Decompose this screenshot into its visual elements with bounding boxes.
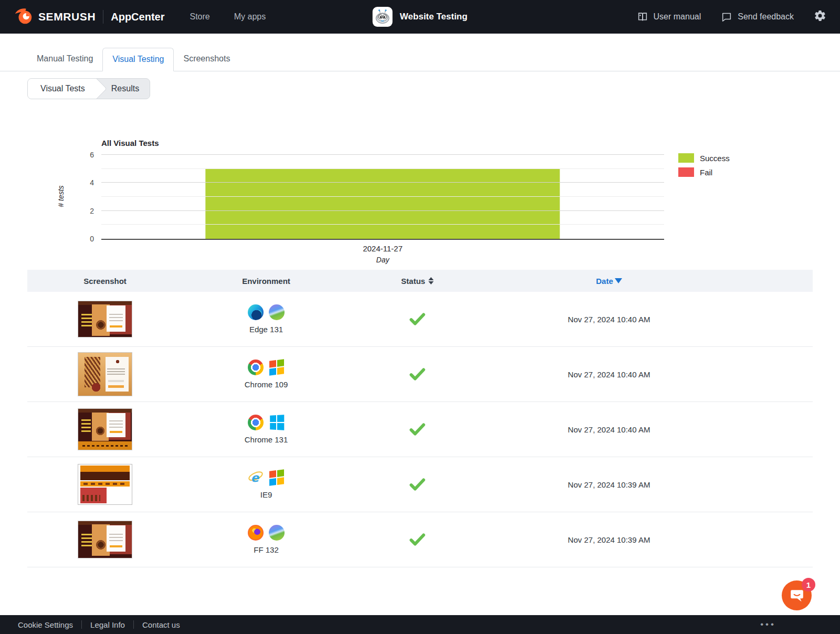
- x-axis-title: Day: [101, 256, 664, 264]
- footer-cookie-settings[interactable]: Cookie Settings: [18, 620, 81, 629]
- legend-item-success: Success: [678, 153, 730, 163]
- table-header: Screenshot Environment Status Date: [27, 270, 813, 292]
- success-check-icon: [410, 478, 425, 491]
- firefox-browser-icon: [248, 525, 264, 541]
- nav-store[interactable]: Store: [190, 12, 209, 22]
- environment-label: Chrome 109: [245, 380, 288, 389]
- table-row: Chrome 109 Nov 27, 2024 10:40 AM: [27, 347, 813, 402]
- table-row: FF 132 Nov 27, 2024 10:39 AM: [27, 512, 813, 567]
- success-check-icon: [410, 423, 425, 436]
- test-date: Nov 27, 2024 10:39 AM: [485, 535, 733, 544]
- chart-plot: 0246: [101, 155, 664, 240]
- macos-icon: [269, 525, 285, 541]
- table-row: Edge 131 Nov 27, 2024 10:40 AM: [27, 292, 813, 347]
- environment-label: Chrome 131: [245, 435, 288, 444]
- app-title-group: Website Testing: [373, 7, 468, 27]
- tab-screenshots[interactable]: Screenshots: [174, 48, 239, 71]
- y-axis-tick-label: 4: [90, 178, 94, 187]
- environment-label: FF 132: [254, 545, 279, 554]
- windows-modern-icon: [269, 414, 285, 431]
- gridline: [101, 182, 664, 183]
- page-footer: Cookie Settings Legal Info Contact us ••…: [0, 615, 840, 634]
- breadcrumb-visual-tests[interactable]: Visual Tests: [28, 79, 97, 99]
- header-nav: Store My apps: [190, 12, 266, 22]
- windows-legacy-icon: [269, 358, 285, 376]
- screenshot-thumbnail[interactable]: [78, 301, 132, 337]
- column-header-status[interactable]: Status: [350, 277, 485, 286]
- top-header: SEMRUSH AppCenter Store My apps Website …: [0, 0, 840, 34]
- footer-overflow-dots[interactable]: •••: [760, 619, 776, 630]
- semrush-logo[interactable]: SEMRUSH: [14, 7, 96, 27]
- windows-legacy-icon: [269, 469, 285, 487]
- test-date: Nov 27, 2024 10:40 AM: [485, 315, 733, 324]
- gridline: [101, 210, 664, 211]
- internet-explorer-browser-icon: e: [248, 470, 264, 485]
- book-icon: [637, 11, 648, 23]
- breadcrumb: Visual Tests Results: [27, 78, 150, 99]
- send-feedback-button[interactable]: Send feedback: [721, 11, 794, 23]
- screenshot-thumbnail[interactable]: [78, 464, 132, 505]
- chart-legend: Success Fail: [678, 153, 730, 182]
- x-axis-tick-label: 2024-11-27: [101, 244, 664, 253]
- date-header-label: Date: [596, 277, 613, 286]
- sort-desc-icon: [615, 278, 622, 283]
- settings-gear-icon[interactable]: [814, 9, 826, 24]
- test-date: Nov 27, 2024 10:39 AM: [485, 480, 733, 489]
- table-row: Chrome 131 Nov 27, 2024 10:40 AM: [27, 402, 813, 457]
- status-header-label: Status: [401, 277, 425, 286]
- y-axis-tick-label: 2: [90, 207, 94, 215]
- brand-name: SEMRUSH: [38, 10, 96, 23]
- screenshot-thumbnail[interactable]: [78, 352, 132, 396]
- environment-label: Edge 131: [249, 325, 283, 334]
- chart-title: All Visual Tests: [101, 139, 159, 147]
- success-check-icon: [410, 313, 425, 325]
- tab-manual-testing[interactable]: Manual Testing: [27, 48, 102, 71]
- screenshot-thumbnail[interactable]: [78, 408, 132, 450]
- y-axis-tick-label: 6: [90, 151, 94, 159]
- suite-name[interactable]: AppCenter: [111, 11, 164, 23]
- success-check-icon: [410, 368, 425, 381]
- success-check-icon: [410, 533, 425, 546]
- screenshot-thumbnail[interactable]: [78, 521, 132, 558]
- app-title: Website Testing: [400, 12, 468, 22]
- chat-bubble-icon: [789, 588, 805, 604]
- legend-item-fail: Fail: [678, 167, 730, 177]
- test-date: Nov 27, 2024 10:40 AM: [485, 370, 733, 379]
- legend-swatch-fail: [678, 167, 694, 177]
- footer-contact-us[interactable]: Contact us: [134, 620, 188, 629]
- footer-legal-info[interactable]: Legal Info: [82, 620, 133, 629]
- gridline: [101, 154, 664, 155]
- svg-text:e: e: [251, 471, 260, 484]
- table-row: e IE9 Nov 27, 2024 10:39 AM: [27, 457, 813, 512]
- edge-browser-icon: [248, 304, 264, 320]
- legend-label-fail: Fail: [700, 168, 712, 177]
- semrush-logo-icon: [14, 7, 34, 27]
- visual-tests-chart: All Visual Tests # tests 0246 2024-11-27…: [0, 138, 840, 265]
- legend-swatch-success: [678, 153, 694, 163]
- chrome-browser-icon: [248, 415, 264, 430]
- environment-label: IE9: [260, 490, 272, 499]
- gridline: [101, 224, 664, 225]
- column-header-environment: Environment: [183, 277, 350, 286]
- feedback-bubble-icon: [721, 11, 732, 23]
- success-bar[interactable]: [205, 169, 560, 239]
- main-tabs: Manual Testing Visual Testing Screenshot…: [0, 48, 840, 71]
- chat-widget-button[interactable]: 1: [782, 580, 812, 610]
- gridline: [101, 168, 664, 169]
- user-manual-label: User manual: [654, 12, 701, 22]
- chrome-browser-icon: [248, 360, 264, 375]
- legend-label-success: Success: [700, 154, 730, 163]
- tab-visual-testing[interactable]: Visual Testing: [102, 48, 174, 71]
- user-manual-button[interactable]: User manual: [637, 11, 701, 23]
- test-date: Nov 27, 2024 10:40 AM: [485, 425, 733, 434]
- column-header-date[interactable]: Date: [485, 277, 733, 286]
- macos-icon: [269, 304, 285, 320]
- nav-my-apps[interactable]: My apps: [234, 12, 266, 22]
- header-actions: User manual Send feedback: [637, 9, 826, 24]
- sort-both-icon: [428, 277, 434, 284]
- send-feedback-label: Send feedback: [738, 12, 794, 22]
- gridline: [101, 196, 664, 197]
- y-axis-tick-label: 0: [90, 235, 94, 243]
- chat-unread-badge: 1: [802, 578, 815, 591]
- results-table: Screenshot Environment Status Date Edge …: [27, 270, 813, 567]
